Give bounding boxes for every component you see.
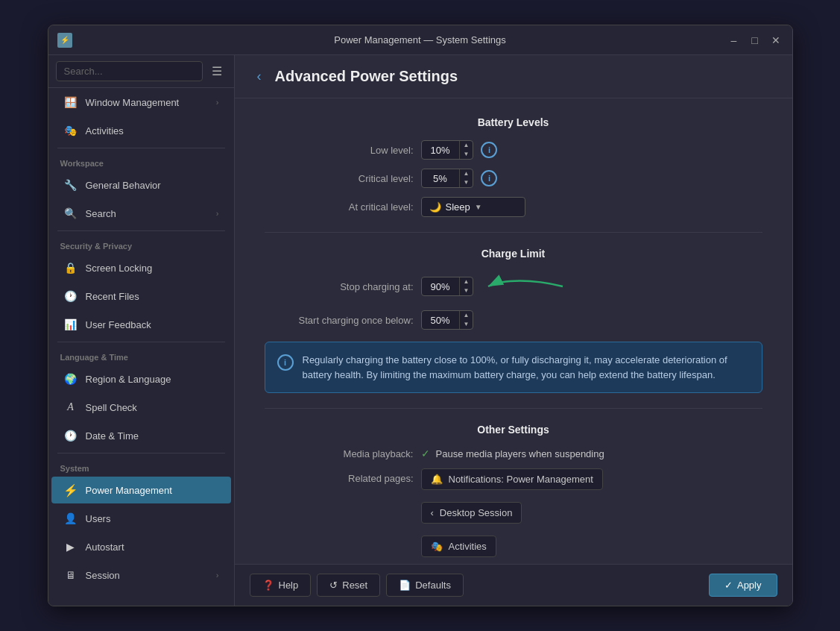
users-icon: 👤: [63, 511, 78, 526]
sidebar-label-search: Search: [86, 208, 209, 219]
search-arrow-icon: ›: [216, 209, 219, 218]
defaults-button[interactable]: 📄 Defaults: [386, 574, 464, 597]
sidebar-label-general-behavior: General Behavior: [86, 180, 219, 191]
stop-charging-down-arrow[interactable]: ▼: [460, 286, 473, 295]
related-notifications-btn[interactable]: 🔔 Notifications: Power Management: [421, 468, 603, 490]
titlebar: ⚡ Power Management — System Settings – □…: [48, 25, 792, 55]
sidebar-item-autostart[interactable]: ▶ Autostart: [51, 533, 231, 560]
sidebar-item-session[interactable]: 🖥 Session ›: [51, 562, 231, 588]
related-activities-btn[interactable]: 🎭 Activities: [421, 536, 496, 557]
critical-level-arrows: ▲ ▼: [459, 169, 473, 187]
screen-locking-icon: 🔒: [63, 260, 78, 275]
critical-level-label: Critical level:: [265, 173, 414, 184]
low-level-arrows: ▲ ▼: [459, 141, 473, 159]
low-level-spinbox[interactable]: 10% ▲ ▼: [421, 140, 474, 160]
sidebar-item-date-time[interactable]: 🕐 Date & Time: [51, 422, 231, 449]
sidebar-item-user-feedback[interactable]: 📊 User Feedback: [51, 311, 231, 338]
sidebar-item-users[interactable]: 👤 Users: [51, 505, 231, 532]
body-area: ☰ 🪟 Window Management › 🎭 Activities Wor…: [48, 55, 792, 606]
reset-button[interactable]: ↺ Reset: [317, 574, 380, 597]
stop-charging-row: Stop charging at: 90% ▲ ▼: [265, 271, 762, 301]
app-icon: ⚡: [57, 33, 72, 48]
charge-section-title: Charge Limit: [265, 248, 762, 260]
sidebar-label-session: Session: [86, 570, 209, 581]
at-critical-value: Sleep: [446, 201, 470, 213]
critical-level-info-icon[interactable]: i: [481, 170, 497, 186]
stop-charging-spinbox[interactable]: 90% ▲ ▼: [421, 277, 474, 296]
related-btn3-label: Activities: [449, 541, 487, 552]
help-button[interactable]: ❓ Help: [250, 574, 312, 597]
sidebar-item-power-management[interactable]: ⚡ Power Management: [51, 477, 231, 503]
at-critical-row: At critical level: 🌙 Sleep ▼: [265, 197, 762, 217]
sidebar-item-search[interactable]: 🔍 Search ›: [51, 200, 231, 227]
info-box-text: Regularly charging the battery close to …: [303, 353, 750, 382]
apply-label: Apply: [737, 580, 762, 591]
critical-level-spinbox[interactable]: 5% ▲ ▼: [421, 169, 474, 188]
info-box-icon: i: [277, 354, 294, 371]
low-level-row: Low level: 10% ▲ ▼ i: [265, 140, 762, 160]
window-management-icon: 🪟: [63, 95, 78, 110]
other-section-title: Other Settings: [265, 424, 762, 436]
minimize-button[interactable]: –: [727, 33, 742, 48]
related-pages-row: Related pages: 🔔 Notifications: Power Ma…: [265, 468, 762, 563]
sidebar-item-general-behavior[interactable]: 🔧 General Behavior: [51, 172, 231, 198]
media-playback-value: Pause media players when suspending: [436, 448, 604, 459]
date-time-icon: 🕐: [63, 428, 78, 443]
page-title: Advanced Power Settings: [275, 68, 458, 85]
related-pages-label: Related pages:: [265, 468, 414, 484]
search-bar: ☰: [48, 55, 234, 88]
defaults-label: Defaults: [415, 580, 451, 591]
sidebar-label-autostart: Autostart: [86, 541, 219, 553]
sidebar-item-recent-files[interactable]: 🕐 Recent Files: [51, 283, 231, 310]
stop-charging-up-arrow[interactable]: ▲: [460, 277, 473, 286]
session-icon: 🖥: [63, 568, 78, 583]
bell-icon: 🔔: [431, 474, 443, 485]
section-workspace: Workspace: [48, 151, 234, 171]
sidebar-item-screen-locking[interactable]: 🔒 Screen Locking: [51, 254, 231, 281]
low-level-label: Low level:: [265, 145, 414, 156]
power-management-icon: ⚡: [63, 483, 78, 497]
start-charging-spinbox[interactable]: 50% ▲ ▼: [421, 310, 474, 330]
media-playback-row: Media playback: ✓ Pause media players wh…: [265, 448, 762, 459]
start-charging-down-arrow[interactable]: ▼: [460, 320, 473, 329]
close-button[interactable]: ✕: [768, 33, 783, 48]
at-critical-label: At critical level:: [265, 201, 414, 213]
section-divider-other: [265, 408, 762, 409]
dropdown-arrow-icon: ▼: [475, 203, 482, 211]
defaults-icon: 📄: [399, 580, 411, 591]
related-btn2-label: Desktop Session: [440, 507, 513, 518]
low-level-down-arrow[interactable]: ▼: [460, 150, 473, 159]
sidebar-label-power-management: Power Management: [86, 485, 219, 496]
back-button[interactable]: ‹: [253, 67, 266, 86]
help-label: Help: [279, 580, 299, 591]
apply-button[interactable]: ✓ Apply: [709, 574, 777, 597]
start-charging-up-arrow[interactable]: ▲: [460, 311, 473, 320]
apply-checkmark-icon: ✓: [724, 580, 733, 591]
sidebar-item-spell-check[interactable]: A Spell Check: [51, 394, 231, 421]
divider-security: [57, 230, 225, 231]
stop-charging-value: 90%: [422, 278, 459, 295]
reset-label: Reset: [342, 580, 367, 591]
media-playback-label: Media playback:: [265, 448, 414, 459]
related-desktop-btn[interactable]: ‹ Desktop Session: [421, 502, 522, 524]
section-language: Language & Time: [48, 345, 234, 365]
sidebar-item-window-management[interactable]: 🪟 Window Management ›: [51, 89, 231, 116]
critical-level-up-arrow[interactable]: ▲: [460, 169, 473, 178]
hamburger-button[interactable]: ☰: [207, 61, 227, 81]
low-level-up-arrow[interactable]: ▲: [460, 141, 473, 150]
region-icon: 🌍: [63, 371, 78, 386]
sidebar-label-region-language: Region & Language: [86, 374, 219, 385]
sidebar-label-users: Users: [86, 513, 219, 524]
activities-icon: 🎭: [63, 123, 78, 138]
search-input[interactable]: [56, 61, 203, 81]
start-charging-arrows: ▲ ▼: [459, 311, 473, 329]
sidebar-item-activities[interactable]: 🎭 Activities: [51, 117, 231, 144]
maximize-button[interactable]: □: [748, 33, 762, 48]
critical-level-down-arrow[interactable]: ▼: [460, 178, 473, 187]
divider-language: [57, 342, 225, 342]
at-critical-dropdown[interactable]: 🌙 Sleep ▼: [421, 197, 525, 217]
help-icon: ❓: [262, 580, 274, 591]
sidebar-item-region-language[interactable]: 🌍 Region & Language: [51, 365, 231, 392]
low-level-info-icon[interactable]: i: [481, 142, 497, 158]
critical-level-row: Critical level: 5% ▲ ▼ i: [265, 169, 762, 188]
